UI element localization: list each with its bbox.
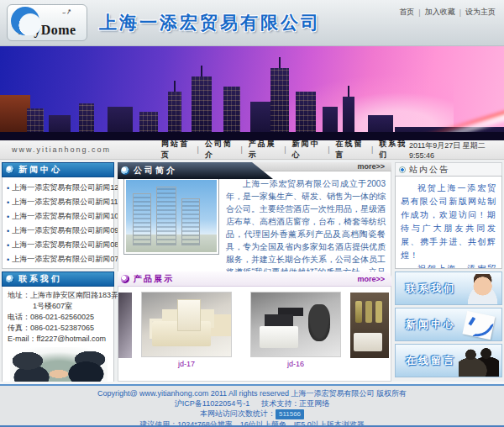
contact-fax: 传真：086-021-52387065 [8,323,110,334]
sidebar-button-label: 新闻中心 [406,318,456,332]
notice-panel-title: 站内公告 [409,164,449,176]
news-link[interactable]: •上海一添宏贸易有限公司新闻11 [7,195,111,209]
product-label: jd-16 [287,360,304,368]
footer-browser-advice: 建议使用：1024*768分辨率，16位以上颜色，IE5.0以上版本浏览器 [0,419,504,427]
top-link-favorite[interactable]: 加入收藏 [425,7,455,18]
notice-message: 祝贺上海一添宏贸易有限公司新版网站制作成功，欢迎访问！期待与广大朋友共同发展、携… [401,262,496,269]
sidebar-button-news[interactable]: 新闻中心 [395,308,502,341]
nav-items: 网站首页 | 公司简介 | 产品展示 | 新闻中心 | 在线留言 | 联系我们 [161,139,409,161]
company-title: 上海一添宏贸易有限公司 [99,11,321,34]
contact-phone: 电话：086-021-62560025 [8,312,110,323]
news-link[interactable]: •上海一添宏贸易有限公司新闻07 [7,252,111,266]
contact-address-line1: 地址：上海市静安区南阳路183弄 [8,290,110,301]
panel-orb-icon [6,166,14,174]
photo-tower [156,187,176,245]
operator-photo-icon [459,274,498,305]
nav-separator: | [284,145,286,154]
product-card[interactable]: jd-17 [140,292,233,368]
footer-copyright: Copyright@ www.yitianhong.com 2011 All r… [0,388,504,398]
footer-counter-label: 本网站访问次数统计： [200,409,276,418]
panel-orb-icon [121,166,129,175]
business-people-icon [459,348,499,377]
panel-orb-icon [121,275,129,283]
sidebar-button-label: 在线留言 [406,354,456,368]
visit-counter-badge: 511566 [276,409,304,419]
footer-counter-line: 本网站访问次数统计：511566 [0,409,504,419]
footer: Copyright@ www.yitianhong.com 2011 All r… [0,384,504,427]
intro-more-link[interactable]: more>> [357,162,385,171]
logo-swoosh-icon [11,7,39,35]
link-separator: | [459,8,461,17]
nav-item-about[interactable]: 公司简介 [205,139,235,161]
contact-address-line2: 1号楼607室 [8,301,110,312]
photo-tower [181,198,200,245]
products-strip: jd-17 jd-16 [118,287,391,382]
banner-building [270,68,289,140]
bullet-icon: • [7,213,9,221]
contact-panel-header: 联系我们 [2,271,114,287]
smiley-note-icon [462,311,495,340]
content: 新闻中心 •上海一添宏贸易有限公司新闻12 •上海一添宏贸易有限公司新闻11 •… [0,160,504,384]
bullet-icon: • [7,241,9,250]
nav-item-contact[interactable]: 联系我们 [379,139,409,161]
nav-separator: | [371,145,373,154]
photo-tower [133,193,151,245]
skydome-logo[interactable]: ~↗ SkyDome [7,4,87,41]
news-panel-title: 新闻中心 [18,164,62,176]
contact-info: 地址：上海市静安区南阳路183弄 1号楼607室 电话：086-021-6256… [2,287,114,398]
nav-item-news[interactable]: 新闻中心 [292,139,323,161]
notice-message: 祝贺上海一添宏贸易有限公司新版网站制作成功，欢迎访问！期待与广大朋友共同发展、携… [401,182,496,262]
site-url: www.yitianhong.com [12,145,111,154]
news-link-label: 上海一添宏贸易有限公司新闻10 [12,211,118,222]
news-link[interactable]: •上海一添宏贸易有限公司新闻10 [7,209,111,224]
notice-panel: 站内公告 祝贺上海一添宏贸易有限公司新版网站制作成功，欢迎访问！期待与广大朋友共… [395,162,502,269]
sidebar-button-label: 联系我们 [406,282,456,296]
news-panel: 新闻中心 •上海一添宏贸易有限公司新闻12 •上海一添宏贸易有限公司新闻11 •… [2,162,114,269]
product-photo [141,292,232,357]
intro-panel: 公司简介 more>> 上海一添宏贸易有限公司成立于2003年，是一家集生产、研… [118,162,391,268]
nav-item-products[interactable]: 产品展示 [249,139,279,161]
product-photo-partial [118,293,132,358]
city-skyline-banner [0,46,504,140]
left-column: 新闻中心 •上海一添宏贸易有限公司新闻12 •上海一添宏贸易有限公司新闻11 •… [2,162,114,382]
right-column: 站内公告 祝贺上海一添宏贸易有限公司新版网站制作成功，欢迎访问！期待与广大朋友共… [395,162,502,382]
footer-icp-line: 沪ICP备11022054号-1技术支持：正亚网络 [0,398,504,409]
nav-item-home[interactable]: 网站首页 [161,139,192,161]
header: ~↗ SkyDome 上海一添宏贸易有限公司 首页 | 加入收藏 | 设为主页 [0,0,504,46]
bullet-icon: • [7,198,9,207]
product-card[interactable]: jd-16 [249,292,342,368]
news-link[interactable]: •上海一添宏贸易有限公司新闻12 [7,181,111,195]
logo-bird-icon: ~↗ [61,8,72,18]
products-panel-header: 产品展示 more>> [118,271,391,287]
news-panel-header: 新闻中心 [2,162,114,177]
bullet-icon: • [7,227,9,235]
top-link-home[interactable]: 首页 [399,7,414,18]
sidebar-button-guestbook[interactable]: 在线留言 [395,344,502,377]
news-link-label: 上海一添宏贸易有限公司新闻07 [12,254,118,265]
banner-building [192,76,212,140]
contact-panel-title: 联系我们 [18,273,62,285]
footer-support: 技术支持：正亚网络 [261,399,329,408]
company-building-photo [123,177,219,255]
news-link[interactable]: •上海一添宏贸易有限公司新闻08 [7,238,111,252]
nav-separator: | [240,145,242,154]
middle-column: 公司简介 more>> 上海一添宏贸易有限公司成立于2003年，是一家集生产、研… [118,162,391,382]
news-list: •上海一添宏贸易有限公司新闻12 •上海一添宏贸易有限公司新闻11 •上海一添宏… [2,177,114,269]
panel-orb-icon [6,275,14,283]
nav-item-guestbook[interactable]: 在线留言 [335,139,365,161]
bullet-icon: • [7,184,9,192]
nav-separator: | [197,145,199,154]
top-link-sethome[interactable]: 设为主页 [465,7,496,18]
footer-icp[interactable]: 沪ICP备11022054号-1 [175,399,249,408]
news-link-label: 上海一添宏贸易有限公司新闻12 [12,182,118,193]
products-panel-title: 产品展示 [134,273,174,285]
news-link[interactable]: •上海一添宏贸易有限公司新闻09 [7,224,111,238]
sidebar-button-contact[interactable]: 联系我们 [395,271,502,305]
contact-panel: 联系我们 地址：上海市静安区南阳路183弄 1号楼607室 电话：086-021… [2,271,114,398]
main-nav: www.yitianhong.com 网站首页 | 公司简介 | 产品展示 | … [0,140,504,160]
panel-orb-icon [399,166,406,173]
products-more-link[interactable]: more>> [357,275,385,283]
products-panel: 产品展示 more>> jd-17 jd-16 [118,271,391,382]
current-datetime: 2011年9月27日 星期二9:55:46 [409,140,496,160]
intro-panel-header: 公司简介 more>> [118,162,391,171]
